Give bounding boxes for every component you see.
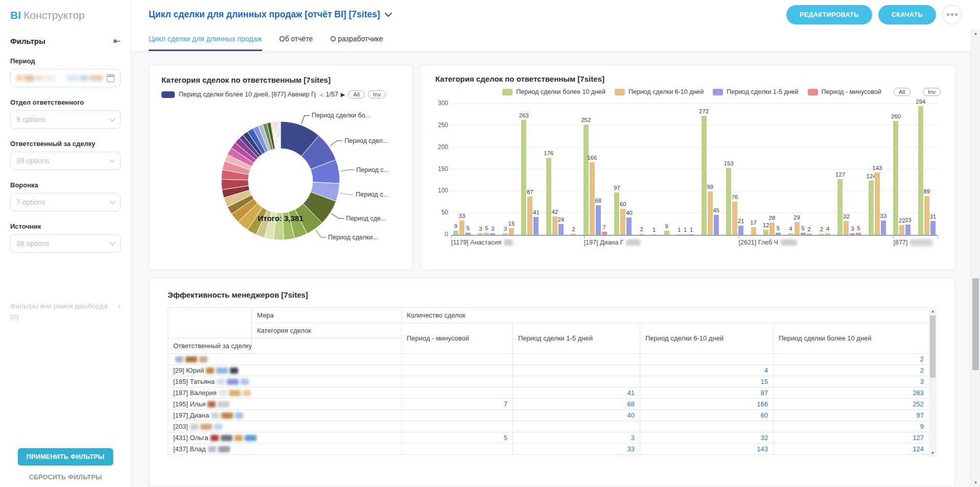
bar[interactable] [584, 125, 589, 235]
bar[interactable] [899, 225, 904, 235]
bar[interactable] [801, 233, 806, 235]
bar[interactable] [533, 217, 539, 235]
bar[interactable] [620, 209, 625, 235]
bar[interactable] [714, 215, 719, 235]
bar[interactable] [639, 234, 644, 235]
bar[interactable] [930, 221, 936, 235]
bar[interactable] [521, 120, 526, 235]
page-scroll-thumb[interactable] [972, 278, 979, 370]
bar[interactable] [825, 233, 830, 235]
bar[interactable] [552, 216, 557, 235]
legend-item[interactable]: Период сделки 1-5 дней [713, 88, 798, 95]
source-select[interactable]: 38 options [10, 234, 121, 253]
donut-slice-label: Период сделки... [328, 234, 378, 241]
bar[interactable] [459, 221, 464, 235]
bar[interactable] [726, 168, 731, 235]
outer-filters-link[interactable]: Фильтры вне рамок дашборда › [10, 302, 121, 310]
bar[interactable] [571, 234, 576, 235]
legend-item[interactable]: Период сделки более 10 дней [502, 88, 605, 95]
bar[interactable] [807, 234, 812, 235]
table-scroll-thumb[interactable] [930, 315, 936, 378]
tab-about-report[interactable]: Об отчёте [279, 35, 313, 51]
bar[interactable] [924, 196, 929, 235]
bar[interactable] [856, 233, 861, 235]
bar[interactable] [869, 181, 874, 235]
bar[interactable] [626, 217, 632, 235]
value-cell: 7 [402, 399, 513, 410]
bar[interactable] [795, 222, 800, 235]
bar[interactable] [614, 192, 619, 235]
bar[interactable] [738, 226, 743, 235]
bar[interactable] [509, 228, 514, 235]
reset-filters-button[interactable]: СБРОСИТЬ ФИЛЬТРЫ [0, 474, 131, 481]
bar[interactable] [527, 197, 532, 235]
more-options-button[interactable] [942, 5, 962, 25]
tab-deal-cycle[interactable]: Цикл сделки для длинных продаж [149, 35, 262, 51]
scroll-down-icon[interactable]: ▼ [971, 480, 980, 485]
bar[interactable] [546, 158, 551, 235]
bar[interactable] [881, 221, 886, 235]
funnel-select[interactable]: 7 options [10, 193, 121, 211]
bar[interactable] [769, 223, 775, 235]
bar[interactable] [844, 221, 849, 235]
bar[interactable] [465, 233, 471, 235]
bar[interactable] [590, 162, 595, 235]
scroll-up-icon[interactable]: ▲ [931, 309, 935, 313]
donut-slice[interactable] [280, 121, 281, 149]
bar[interactable] [490, 233, 495, 235]
bar-all-button[interactable]: All [894, 88, 911, 96]
bar[interactable] [664, 231, 669, 235]
period-date-input[interactable] [10, 69, 121, 87]
bar[interactable] [751, 227, 756, 235]
legend-item[interactable]: Период сделки 6-10 дней [615, 88, 704, 95]
legend-item[interactable]: Период - минусовой [808, 88, 881, 95]
bar[interactable] [484, 233, 489, 235]
donut-all-button[interactable]: All [348, 90, 365, 99]
bar[interactable] [602, 232, 607, 235]
bar[interactable] [875, 173, 880, 235]
bar[interactable] [763, 230, 768, 235]
collapse-sidebar-icon[interactable]: ⇤ [113, 36, 121, 46]
page-scrollbar[interactable]: ▲ ▼ [971, 29, 980, 487]
edit-button[interactable]: РЕДАКТИРОВАТЬ [786, 5, 872, 25]
bar[interactable] [558, 224, 564, 235]
bar-inv-button[interactable]: Inv [923, 88, 941, 96]
bar[interactable] [708, 191, 713, 235]
bar[interactable] [453, 231, 458, 235]
managers-table-panel: Эффективность менеджеров [7sites] МераКо… [149, 278, 955, 487]
bar[interactable] [689, 234, 694, 235]
manager-name-cell: [185] Татьяна [168, 376, 402, 387]
download-button[interactable]: СКАЧАТЬ [878, 5, 936, 25]
report-title-dropdown[interactable]: Цикл сделки для длинных продаж [отчёт BI… [149, 9, 391, 20]
bar[interactable] [893, 121, 898, 235]
bar[interactable] [788, 233, 794, 235]
table-scrollbar[interactable]: ▲ ▼ [929, 307, 937, 457]
bar[interactable] [732, 202, 737, 235]
scroll-up-icon[interactable]: ▲ [971, 31, 980, 36]
donut-inv-button[interactable]: Inv [368, 90, 386, 99]
bar[interactable] [776, 233, 781, 235]
bar-group: 2729945 [702, 104, 719, 235]
bar[interactable] [819, 234, 824, 235]
header-column: Период сделки 6-10 дней [640, 323, 774, 354]
legend-prev-icon[interactable]: ◀ [319, 91, 323, 98]
bar[interactable] [837, 179, 843, 235]
bar[interactable] [478, 233, 483, 235]
bar[interactable] [676, 234, 682, 235]
responsible-select[interactable]: 39 options [10, 152, 121, 170]
legend-next-icon[interactable]: ▶ [341, 91, 345, 98]
bar[interactable] [702, 116, 707, 235]
bar-value-label: 32 [843, 213, 850, 220]
apply-filters-button[interactable]: ПРИМЕНИТЬ ФИЛЬТРЫ [18, 448, 113, 466]
bar[interactable] [651, 234, 657, 235]
bar-value-label: 97 [614, 185, 620, 191]
bar[interactable] [905, 225, 911, 235]
bar[interactable] [850, 233, 855, 235]
bar[interactable] [918, 106, 923, 235]
tab-about-developer[interactable]: О разработчике [330, 35, 383, 51]
department-select[interactable]: 9 options [10, 110, 121, 129]
bar[interactable] [683, 234, 688, 235]
scroll-down-icon[interactable]: ▼ [931, 451, 935, 455]
bar[interactable] [503, 233, 508, 235]
bar[interactable] [596, 205, 601, 235]
